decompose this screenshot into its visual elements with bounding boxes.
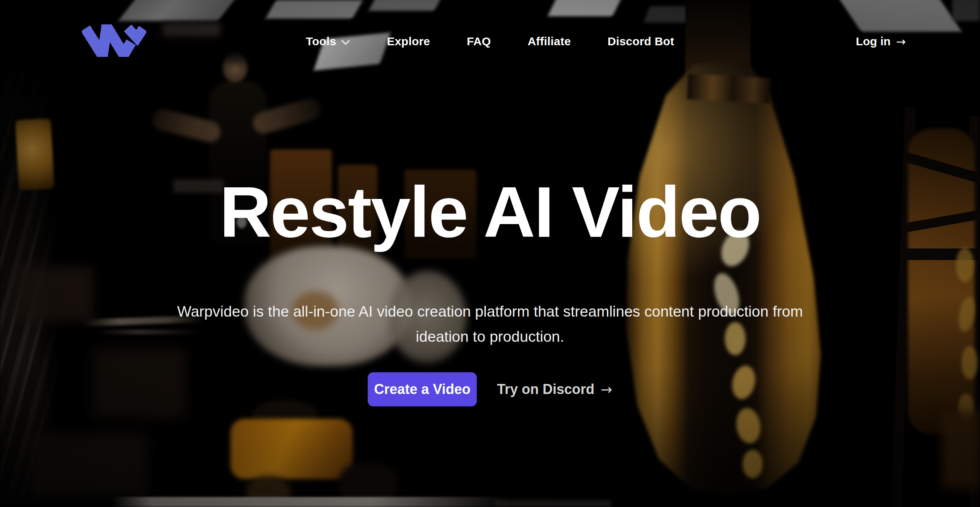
- hero-subtitle-line: Warpvideo is the all-in-one AI video cre…: [111, 299, 869, 324]
- hero-section: Restyle AI Video Warpvideo is the all-in…: [0, 0, 980, 507]
- try-discord-link[interactable]: Try on Discord →: [497, 381, 612, 397]
- hero-subtitle-line: ideation to production.: [111, 324, 869, 349]
- cta-row: Create a Video Try on Discord →: [368, 372, 612, 406]
- arrow-right-icon: →: [601, 382, 612, 397]
- try-discord-label: Try on Discord: [497, 381, 594, 397]
- hero-title: Restyle AI Video: [0, 176, 980, 248]
- hero-subtitle: Warpvideo is the all-in-one AI video cre…: [111, 299, 869, 349]
- create-video-button[interactable]: Create a Video: [368, 372, 477, 406]
- warpvideo-landing-page: Tools Explore FAQ Affiliate Discord Bot …: [0, 0, 980, 507]
